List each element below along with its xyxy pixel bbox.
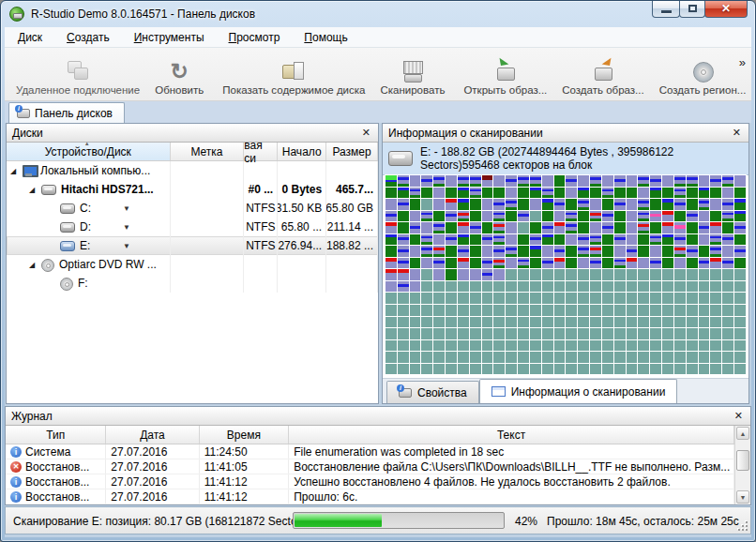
scrollbar-thumb[interactable] xyxy=(736,450,749,471)
disk-row-e[interactable]: E:▼NTFS276.94...188.82 ... xyxy=(7,236,378,255)
toolbar-button-2[interactable]: Показать содержимое диска xyxy=(215,50,372,100)
menu-item-4[interactable]: Помощь xyxy=(304,31,347,44)
scan-block xyxy=(542,269,553,280)
scan-block xyxy=(554,188,566,199)
log-row-2[interactable]: iВосстанов...27.07.201611:41:12Успешно в… xyxy=(6,474,734,489)
dropdown-arrow-icon[interactable]: ▼ xyxy=(123,223,130,232)
disks-panel-close-icon[interactable]: ✕ xyxy=(360,127,372,139)
scan-block xyxy=(627,328,638,339)
scan-block xyxy=(662,352,673,363)
bottom-tab-0[interactable]: Свойства xyxy=(386,381,479,403)
scan-block xyxy=(638,199,649,210)
scan-block xyxy=(674,317,686,328)
scan-block xyxy=(410,211,421,222)
toolbar-button-label: Сканировать xyxy=(380,84,445,96)
menu-item-3[interactable]: Просмотр xyxy=(229,31,280,44)
log-row-0[interactable]: iСистема27.07.201611:24:50File enumerati… xyxy=(6,444,734,459)
log-column-header-0[interactable]: Тип xyxy=(6,426,106,444)
scan-block xyxy=(482,234,493,246)
log-column-header-3[interactable]: Текст xyxy=(289,426,734,444)
disks-column-header-0[interactable]: ▲Устройство/Диск xyxy=(7,143,171,160)
disks-column-header-3[interactable]: Начало xyxy=(278,143,326,160)
toolbar-overflow-chevron-icon[interactable]: » xyxy=(739,55,746,69)
scan-block xyxy=(650,281,661,293)
scan-block xyxy=(602,340,613,352)
toolbar-button-0[interactable]: Удаленное подключение xyxy=(8,50,147,100)
scan-block xyxy=(470,246,481,257)
toolbar-button-1[interactable]: ↻Обновить xyxy=(147,50,211,100)
log-scrollbar[interactable]: ▲ ▼ xyxy=(734,426,750,504)
scan-block xyxy=(470,293,481,304)
scan-block xyxy=(398,188,409,199)
title-bar[interactable]: R-Studio Demo 8.0.164571 - Панель дисков… xyxy=(1,1,755,27)
scan-block xyxy=(386,199,397,210)
scan-block xyxy=(627,269,638,280)
log-date: 27.07.2016 xyxy=(106,444,199,459)
scan-block xyxy=(590,246,601,257)
disk-row-optiarcdvdrw[interactable]: ◢Optiarc DVD RW ... xyxy=(7,255,378,274)
scan-block xyxy=(627,211,638,222)
toolbar-button-5[interactable]: Создать образ... xyxy=(554,50,651,100)
scan-block xyxy=(433,211,445,222)
scan-block xyxy=(493,234,505,246)
log-date: 27.07.2016 xyxy=(106,459,199,474)
expand-arrow-icon[interactable]: ◢ xyxy=(10,167,20,175)
toolbar-button-4[interactable]: Открыть образ... xyxy=(456,50,554,100)
scroll-down-icon[interactable]: ▼ xyxy=(736,490,749,504)
log-column-header-2[interactable]: Время xyxy=(200,426,289,444)
menu-item-0[interactable]: Диск xyxy=(18,31,42,44)
expand-arrow-icon[interactable]: ◢ xyxy=(29,261,38,269)
scan-time-text: Прошло: 18м 45с, осталось: 25м 25с xyxy=(547,515,739,528)
scan-block xyxy=(734,175,746,187)
dropdown-arrow-icon[interactable]: ▼ xyxy=(123,242,130,250)
scan-block xyxy=(638,211,649,222)
menu-item-1[interactable]: Создать xyxy=(67,31,110,44)
log-time: 11:41:12 xyxy=(200,489,289,504)
scan-block xyxy=(566,317,577,328)
disk-row-[interactable]: ◢Локальный компью... xyxy=(7,161,378,180)
dvd-icon xyxy=(60,278,73,290)
bottom-tab-1[interactable]: Информация о сканировании xyxy=(479,379,678,403)
scan-block xyxy=(710,364,721,375)
scan-block xyxy=(493,222,505,233)
expand-arrow-icon[interactable]: ◢ xyxy=(29,186,38,194)
log-date: 27.07.2016 xyxy=(106,489,199,504)
disk-row-d[interactable]: D:▼NTFS65.80 ...211.14 ... xyxy=(7,218,378,236)
scan-info-panel-close-icon[interactable]: ✕ xyxy=(731,127,743,139)
log-row-3[interactable]: iВосстанов...27.07.201611:41:12Прошло: 6… xyxy=(6,489,734,504)
restore-button[interactable] xyxy=(679,1,705,18)
tab-disk-panel[interactable]: Панель дисков xyxy=(8,102,125,123)
scan-block xyxy=(627,222,638,233)
scan-block xyxy=(638,352,649,363)
scan-block xyxy=(398,340,409,352)
log-column-header-1[interactable]: Дата xyxy=(106,426,199,444)
scan-block xyxy=(674,352,686,363)
disk-row-f[interactable]: F: xyxy=(7,274,378,293)
scan-block xyxy=(518,258,529,269)
disks-column-header-1[interactable]: Метка xyxy=(171,143,245,160)
scan-block xyxy=(602,211,613,222)
toolbar-button-3[interactable]: Сканировать xyxy=(372,50,452,100)
scan-block xyxy=(710,234,721,246)
close-button[interactable]: ✕ xyxy=(704,1,748,18)
scan-block xyxy=(458,305,469,316)
scan-block xyxy=(722,364,733,375)
disks-column-header-2[interactable]: вая си xyxy=(244,143,278,160)
scroll-up-icon[interactable]: ▲ xyxy=(736,427,749,440)
scan-block xyxy=(421,211,432,222)
scan-block xyxy=(506,188,517,199)
resize-grip[interactable] xyxy=(737,520,748,532)
dropdown-arrow-icon[interactable]: ▼ xyxy=(123,204,130,213)
disk-row-hitachihds721[interactable]: ◢Hitachi HDS721...#0 ...0 Bytes465.7... xyxy=(7,180,378,199)
disks-column-header-4[interactable]: Размер xyxy=(326,143,378,160)
log-panel-close-icon[interactable]: ✕ xyxy=(733,410,745,422)
menu-item-2[interactable]: Инструменты xyxy=(134,31,204,44)
log-row-1[interactable]: ✕Восстанов...27.07.201611:41:05Восстанов… xyxy=(6,459,734,474)
minimize-button[interactable] xyxy=(652,1,680,18)
scan-block xyxy=(530,234,541,246)
scan-block xyxy=(482,269,493,280)
scan-block xyxy=(386,211,397,222)
scan-block xyxy=(590,269,601,280)
scan-block xyxy=(530,293,541,304)
disk-row-c[interactable]: C:▼NTFS31.50 KB65.80 GB xyxy=(7,199,378,218)
